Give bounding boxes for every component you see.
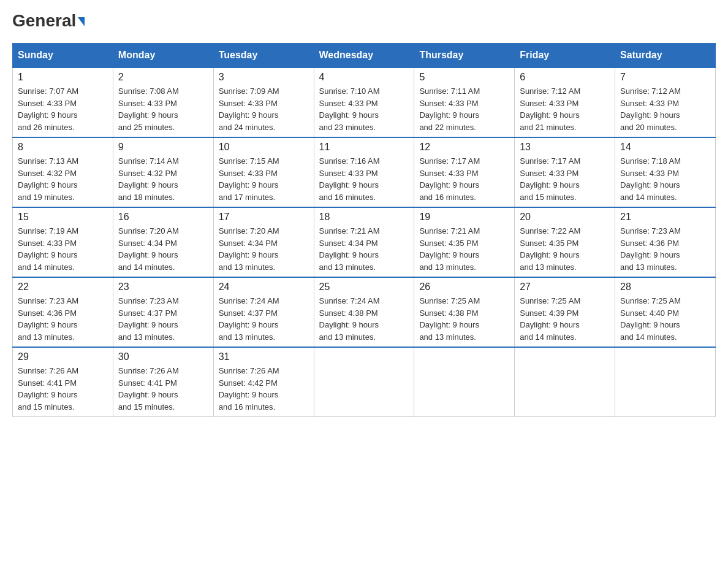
day-info: Sunrise: 7:10 AM Sunset: 4:33 PM Dayligh… (319, 85, 409, 133)
day-number: 11 (319, 142, 409, 153)
day-info: Sunrise: 7:08 AM Sunset: 4:33 PM Dayligh… (118, 85, 208, 133)
calendar-day-17: 17 Sunrise: 7:20 AM Sunset: 4:34 PM Dayl… (213, 207, 314, 277)
weekday-header-saturday: Saturday (615, 44, 716, 68)
day-number: 2 (118, 72, 208, 83)
empty-cell (515, 347, 615, 417)
calendar-day-23: 23 Sunrise: 7:23 AM Sunset: 4:37 PM Dayl… (113, 277, 213, 347)
day-number: 27 (520, 282, 610, 293)
day-number: 17 (219, 212, 309, 223)
weekday-header-monday: Monday (113, 44, 213, 68)
calendar-week-3: 15 Sunrise: 7:19 AM Sunset: 4:33 PM Dayl… (13, 207, 716, 277)
calendar-day-29: 29 Sunrise: 7:26 AM Sunset: 4:41 PM Dayl… (13, 347, 113, 417)
day-info: Sunrise: 7:20 AM Sunset: 4:34 PM Dayligh… (219, 225, 309, 273)
calendar-day-19: 19 Sunrise: 7:21 AM Sunset: 4:35 PM Dayl… (414, 207, 515, 277)
day-number: 18 (319, 212, 409, 223)
empty-cell (314, 347, 414, 417)
day-number: 7 (620, 72, 710, 83)
weekday-header-sunday: Sunday (13, 44, 113, 68)
day-info: Sunrise: 7:15 AM Sunset: 4:33 PM Dayligh… (219, 155, 309, 203)
calendar-week-5: 29 Sunrise: 7:26 AM Sunset: 4:41 PM Dayl… (13, 347, 716, 417)
calendar-day-2: 2 Sunrise: 7:08 AM Sunset: 4:33 PM Dayli… (113, 67, 213, 137)
calendar-day-7: 7 Sunrise: 7:12 AM Sunset: 4:33 PM Dayli… (615, 67, 716, 137)
day-number: 31 (219, 351, 309, 362)
calendar-day-14: 14 Sunrise: 7:18 AM Sunset: 4:33 PM Dayl… (615, 137, 716, 207)
day-info: Sunrise: 7:23 AM Sunset: 4:37 PM Dayligh… (118, 295, 208, 343)
day-number: 26 (419, 282, 509, 293)
weekday-header-row: SundayMondayTuesdayWednesdayThursdayFrid… (13, 44, 716, 68)
calendar-week-1: 1 Sunrise: 7:07 AM Sunset: 4:33 PM Dayli… (13, 67, 716, 137)
day-info: Sunrise: 7:14 AM Sunset: 4:32 PM Dayligh… (118, 155, 208, 203)
day-number: 9 (118, 142, 208, 153)
day-number: 21 (620, 212, 710, 223)
calendar-day-16: 16 Sunrise: 7:20 AM Sunset: 4:34 PM Dayl… (113, 207, 213, 277)
day-info: Sunrise: 7:20 AM Sunset: 4:34 PM Dayligh… (118, 225, 208, 273)
calendar-day-27: 27 Sunrise: 7:25 AM Sunset: 4:39 PM Dayl… (515, 277, 615, 347)
day-number: 5 (419, 72, 509, 83)
calendar-week-4: 22 Sunrise: 7:23 AM Sunset: 4:36 PM Dayl… (13, 277, 716, 347)
day-info: Sunrise: 7:22 AM Sunset: 4:35 PM Dayligh… (520, 225, 610, 273)
day-info: Sunrise: 7:12 AM Sunset: 4:33 PM Dayligh… (520, 85, 610, 133)
calendar-day-11: 11 Sunrise: 7:16 AM Sunset: 4:33 PM Dayl… (314, 137, 414, 207)
calendar-day-5: 5 Sunrise: 7:11 AM Sunset: 4:33 PM Dayli… (414, 67, 515, 137)
calendar-day-6: 6 Sunrise: 7:12 AM Sunset: 4:33 PM Dayli… (515, 67, 615, 137)
calendar-day-26: 26 Sunrise: 7:25 AM Sunset: 4:38 PM Dayl… (414, 277, 515, 347)
day-info: Sunrise: 7:25 AM Sunset: 4:40 PM Dayligh… (620, 295, 710, 343)
logo-line1: General (12, 12, 85, 29)
day-info: Sunrise: 7:13 AM Sunset: 4:32 PM Dayligh… (18, 155, 108, 203)
day-number: 3 (219, 72, 309, 83)
day-info: Sunrise: 7:24 AM Sunset: 4:37 PM Dayligh… (219, 295, 309, 343)
day-number: 10 (219, 142, 309, 153)
weekday-header-tuesday: Tuesday (213, 44, 314, 68)
calendar-day-22: 22 Sunrise: 7:23 AM Sunset: 4:36 PM Dayl… (13, 277, 113, 347)
day-info: Sunrise: 7:23 AM Sunset: 4:36 PM Dayligh… (620, 225, 710, 273)
logo: General (12, 12, 85, 31)
day-info: Sunrise: 7:25 AM Sunset: 4:38 PM Dayligh… (419, 295, 509, 343)
day-info: Sunrise: 7:19 AM Sunset: 4:33 PM Dayligh… (18, 225, 108, 273)
day-info: Sunrise: 7:25 AM Sunset: 4:39 PM Dayligh… (520, 295, 610, 343)
day-info: Sunrise: 7:12 AM Sunset: 4:33 PM Dayligh… (620, 85, 710, 133)
calendar-day-8: 8 Sunrise: 7:13 AM Sunset: 4:32 PM Dayli… (13, 137, 113, 207)
day-number: 8 (18, 142, 108, 153)
day-info: Sunrise: 7:09 AM Sunset: 4:33 PM Dayligh… (219, 85, 309, 133)
calendar-day-31: 31 Sunrise: 7:26 AM Sunset: 4:42 PM Dayl… (213, 347, 314, 417)
empty-cell (414, 347, 515, 417)
weekday-header-wednesday: Wednesday (314, 44, 414, 68)
day-number: 19 (419, 212, 509, 223)
day-number: 1 (18, 72, 108, 83)
day-info: Sunrise: 7:23 AM Sunset: 4:36 PM Dayligh… (18, 295, 108, 343)
day-info: Sunrise: 7:11 AM Sunset: 4:33 PM Dayligh… (419, 85, 509, 133)
calendar-day-1: 1 Sunrise: 7:07 AM Sunset: 4:33 PM Dayli… (13, 67, 113, 137)
day-number: 6 (520, 72, 610, 83)
day-number: 29 (18, 351, 108, 362)
page-header: General (12, 12, 716, 31)
day-number: 12 (419, 142, 509, 153)
day-number: 22 (18, 282, 108, 293)
calendar-day-12: 12 Sunrise: 7:17 AM Sunset: 4:33 PM Dayl… (414, 137, 515, 207)
calendar-day-20: 20 Sunrise: 7:22 AM Sunset: 4:35 PM Dayl… (515, 207, 615, 277)
calendar-day-4: 4 Sunrise: 7:10 AM Sunset: 4:33 PM Dayli… (314, 67, 414, 137)
day-number: 25 (319, 282, 409, 293)
day-info: Sunrise: 7:24 AM Sunset: 4:38 PM Dayligh… (319, 295, 409, 343)
calendar-day-21: 21 Sunrise: 7:23 AM Sunset: 4:36 PM Dayl… (615, 207, 716, 277)
weekday-header-friday: Friday (515, 44, 615, 68)
day-number: 30 (118, 351, 208, 362)
calendar-day-3: 3 Sunrise: 7:09 AM Sunset: 4:33 PM Dayli… (213, 67, 314, 137)
calendar-day-24: 24 Sunrise: 7:24 AM Sunset: 4:37 PM Dayl… (213, 277, 314, 347)
day-number: 20 (520, 212, 610, 223)
calendar-day-25: 25 Sunrise: 7:24 AM Sunset: 4:38 PM Dayl… (314, 277, 414, 347)
calendar-table: SundayMondayTuesdayWednesdayThursdayFrid… (12, 43, 716, 417)
day-number: 4 (319, 72, 409, 83)
weekday-header-thursday: Thursday (414, 44, 515, 68)
day-info: Sunrise: 7:21 AM Sunset: 4:35 PM Dayligh… (419, 225, 509, 273)
calendar-day-18: 18 Sunrise: 7:21 AM Sunset: 4:34 PM Dayl… (314, 207, 414, 277)
day-number: 24 (219, 282, 309, 293)
day-number: 23 (118, 282, 208, 293)
day-number: 13 (520, 142, 610, 153)
day-info: Sunrise: 7:17 AM Sunset: 4:33 PM Dayligh… (520, 155, 610, 203)
calendar-day-13: 13 Sunrise: 7:17 AM Sunset: 4:33 PM Dayl… (515, 137, 615, 207)
calendar-day-10: 10 Sunrise: 7:15 AM Sunset: 4:33 PM Dayl… (213, 137, 314, 207)
calendar-day-15: 15 Sunrise: 7:19 AM Sunset: 4:33 PM Dayl… (13, 207, 113, 277)
calendar-day-28: 28 Sunrise: 7:25 AM Sunset: 4:40 PM Dayl… (615, 277, 716, 347)
calendar-day-30: 30 Sunrise: 7:26 AM Sunset: 4:41 PM Dayl… (113, 347, 213, 417)
day-info: Sunrise: 7:26 AM Sunset: 4:42 PM Dayligh… (219, 365, 309, 413)
